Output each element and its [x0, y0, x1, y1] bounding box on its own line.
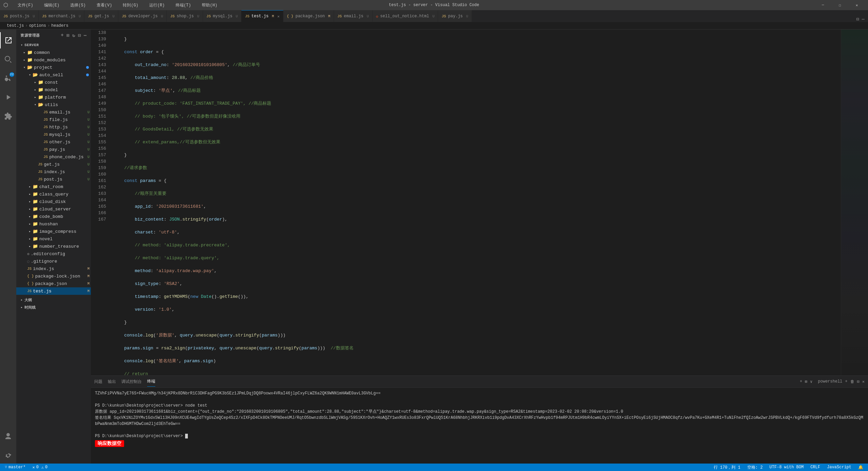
trash-icon[interactable]: 🗑 [850, 379, 854, 384]
sidebar-item-autosell[interactable]: ▾ 📂 auto_sell [16, 71, 91, 79]
menu-file[interactable]: 文件(F) [15, 0, 36, 10]
sidebar-item-clouddisk[interactable]: ▸ 📁 cloud_disk [16, 198, 91, 205]
menu-help[interactable]: 帮助(H) [199, 0, 220, 10]
status-position[interactable]: 行 170，列 1 [712, 464, 742, 471]
minimize-button[interactable]: ─ [815, 0, 831, 10]
sidebar-item-timeline[interactable]: ▸ 时间线 [16, 304, 91, 311]
more-tabs-icon[interactable]: ⋯ [862, 16, 865, 22]
status-spaces[interactable]: 空格: 2 [746, 464, 764, 471]
sidebar-item-gitignore[interactable]: ◌ .gitignore [16, 258, 91, 265]
status-language[interactable]: JavaScript [826, 464, 853, 471]
tab-terminal[interactable]: 终端 [147, 376, 155, 387]
sidebar-item-editorconfig[interactable]: ⚙ .editorconfig [16, 250, 91, 258]
tab-shop[interactable]: JS shop.js U [167, 10, 203, 22]
tab-output[interactable]: 输出 [108, 377, 116, 387]
sidebar-item-common[interactable]: ▸ 📁 common [16, 49, 91, 56]
sidebar-item-classquery[interactable]: ▸ 📁 class_query [16, 190, 91, 198]
js-file-icon: JS [43, 147, 48, 151]
sidebar-item-platform[interactable]: ▸ 📁 platform [16, 94, 91, 101]
sidebar-item-postjs[interactable]: JS post.js U [16, 176, 91, 183]
split-terminal-icon[interactable]: ⊞ [805, 379, 807, 384]
sidebar-item-packagejson[interactable]: { } package.json M [16, 280, 91, 287]
code-editor[interactable]: 138 139 140 141 142 143 144 145 146 147 … [91, 29, 868, 375]
sidebar-item-otherjs[interactable]: JS other.js U [16, 138, 91, 146]
tab-problems[interactable]: 问题 [94, 377, 102, 387]
menu-goto[interactable]: 转到(G) [120, 0, 141, 10]
sidebar-item-payjs[interactable]: JS pay.js U [16, 146, 91, 153]
menu-view[interactable]: 查看(V) [94, 0, 115, 10]
tab-packagejson[interactable]: { } package.json M [283, 10, 334, 22]
tab-debug-console[interactable]: 调试控制台 [121, 377, 142, 387]
terminal-dropdown-icon[interactable]: ∨ [810, 379, 812, 384]
maximize-button[interactable]: ☐ [832, 0, 848, 10]
status-feedback[interactable]: 🔔 [857, 464, 865, 471]
tab-sellout[interactable]: ◇ sell_out_notice.html U [373, 10, 438, 22]
sidebar-item-imagecompress[interactable]: ▸ 📁 image_compress [16, 228, 91, 235]
sidebar-item-utils[interactable]: ▾ 📂 utils [16, 101, 91, 108]
status-errors[interactable]: ✕ 0 ⚠ 0 [31, 464, 49, 471]
close-button[interactable]: ✕ [849, 0, 865, 10]
extensions-icon[interactable] [0, 108, 16, 124]
status-branch[interactable]: ⑂ master* [3, 464, 27, 471]
sidebar-item-getjs[interactable]: JS get.js U [16, 161, 91, 168]
tab-emailjs[interactable]: JS email.js U [334, 10, 373, 22]
sidebar-item-mysqljs[interactable]: JS mysql.js U [16, 131, 91, 138]
sidebar-item-indexjs-inner[interactable]: JS index.js U [16, 168, 91, 176]
account-icon[interactable] [0, 428, 16, 445]
sidebar-item-chatroom[interactable]: ▸ 📁 chat_room [16, 183, 91, 190]
sidebar-item-const[interactable]: ▸ 📁 const [16, 79, 91, 86]
tab-developer[interactable]: JS developer.js U [118, 10, 167, 22]
search-icon[interactable] [0, 51, 16, 67]
sidebar-item-httpjs[interactable]: JS http.js U [16, 123, 91, 131]
sidebar-item-cloudserver[interactable]: ▸ 📁 cloud_server [16, 205, 91, 213]
tab-get[interactable]: JS get.js U [84, 10, 118, 22]
maximize-panel-icon[interactable]: ⊟ [857, 379, 860, 384]
tab-mysql[interactable]: JS mysql.js U [203, 10, 242, 22]
sidebar-item-huoshan[interactable]: ▸ 📁 huoshan [16, 220, 91, 228]
tab-merchant[interactable]: JS merchant.js U [39, 10, 84, 22]
code-content[interactable]: } const order = { out_trade_no: '2016032… [110, 29, 841, 375]
sidebar-item-phonecodejs[interactable]: JS phone_code.js U [16, 153, 91, 161]
sidebar-item-server[interactable]: ▾ SERVER [16, 41, 91, 49]
status-line-ending[interactable]: CRLF [809, 464, 822, 471]
sidebar-item-indexjs-root[interactable]: JS index.js M [16, 265, 91, 272]
run-debug-icon[interactable] [0, 89, 16, 105]
collapse-icon[interactable]: ⊟ [78, 33, 81, 38]
sidebar-item-novel[interactable]: ▸ 📁 novel [16, 235, 91, 243]
explorer-icon[interactable] [0, 32, 16, 48]
sidebar-item-testjs[interactable]: JS test.js M [16, 287, 91, 295]
new-terminal-button[interactable]: + [845, 379, 847, 384]
menu-edit[interactable]: 编辑(E) [41, 0, 62, 10]
sidebar-item-packagelockjson[interactable]: { } package-lock.json M [16, 272, 91, 280]
js-icon: JS [122, 14, 126, 18]
refresh-icon[interactable]: ↻ [72, 33, 75, 38]
add-terminal-icon[interactable]: + [800, 379, 802, 384]
sidebar-item-filejs[interactable]: JS file.js U [16, 116, 91, 123]
sidebar-item-codebomb[interactable]: ▸ 📁 code_bomb [16, 213, 91, 220]
terminal-content[interactable]: TZVhFiPVVNa7yE76S+FWucHMg/h34jKPRx8DNbrR… [91, 388, 868, 464]
tab-posts[interactable]: JS posts.js U [0, 10, 39, 22]
source-control-icon[interactable]: 22 [0, 70, 16, 86]
new-file-icon[interactable]: + [61, 33, 64, 38]
split-editor-icon[interactable]: ⊟ [856, 16, 859, 22]
close-panel-icon[interactable]: ✕ [862, 379, 865, 384]
sidebar-item-numbertreasure[interactable]: ▸ 📁 number_treasure [16, 243, 91, 250]
tab-close-icon[interactable]: ✕ [277, 14, 280, 19]
settings-icon[interactable] [0, 447, 16, 464]
menu-terminal[interactable]: 终端(T) [173, 0, 194, 10]
new-folder-icon[interactable]: ⊞ [66, 33, 70, 38]
more-icon[interactable]: ⋯ [84, 33, 87, 38]
tab-testjs[interactable]: JS test.js M ✕ [241, 10, 283, 22]
sidebar-item-project[interactable]: ▾ 📂 project [16, 64, 91, 71]
sidebar-item-nodemodules[interactable]: ▸ 📁 node_modules [16, 56, 91, 64]
menu-run[interactable]: 运行(R) [146, 0, 167, 10]
breadcrumb-headers[interactable]: headers [51, 23, 68, 28]
breadcrumb-options[interactable]: options [29, 23, 46, 28]
breadcrumb-file[interactable]: test.js [7, 23, 24, 28]
sidebar-item-emailjs[interactable]: JS email.js U [16, 108, 91, 116]
status-encoding[interactable]: UTF-8 with BOM [768, 464, 805, 471]
sidebar-item-model[interactable]: ▸ 📁 model [16, 86, 91, 94]
sidebar-item-outline[interactable]: ▸ 大纲 [16, 296, 91, 304]
menu-select[interactable]: 选择(S) [67, 0, 88, 10]
tab-payjs[interactable]: JS pay.js U [438, 10, 472, 22]
